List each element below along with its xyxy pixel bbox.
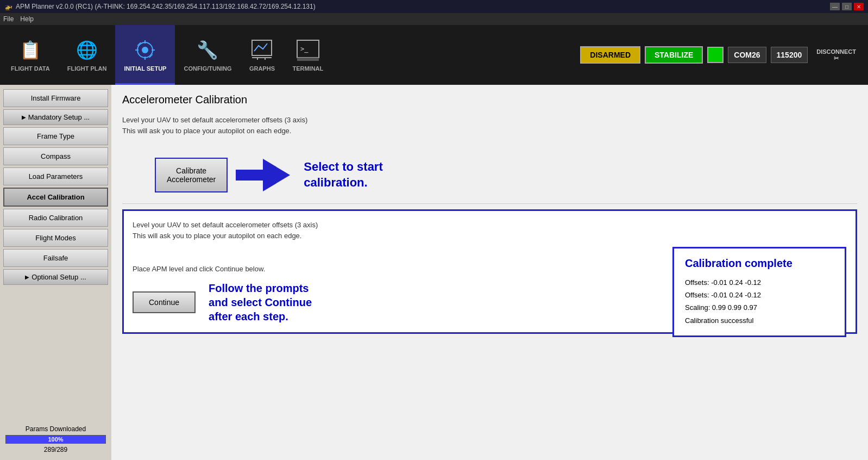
status-indicator: [707, 47, 724, 63]
nav-initial-setup-label: INITIAL SETUP: [124, 65, 166, 72]
baud-rate[interactable]: 115200: [771, 47, 808, 63]
nav-graphs[interactable]: GRAPHS: [240, 25, 284, 85]
minimize-button[interactable]: —: [830, 3, 840, 10]
page-title: Accelerometer Calibration: [122, 94, 857, 106]
nav-config-tuning[interactable]: 🔧 CONFIG/TUNING: [175, 25, 240, 85]
nav-flight-plan-label: FLIGHT PLAN: [67, 65, 107, 72]
mandatory-setup-label: Mandatory Setup ...: [28, 113, 90, 121]
title-bar-title: 🚁 APM Planner v2.0.0 (RC1) (A-THINK: 169…: [4, 3, 316, 10]
calibrate-btn-label: Calibrate Accelerometer: [167, 166, 216, 184]
menu-file[interactable]: File: [3, 15, 14, 23]
menu-bar: File Help: [0, 13, 868, 25]
calibrate-accelerometer-button[interactable]: Calibrate Accelerometer: [155, 158, 228, 192]
nav-initial-setup[interactable]: INITIAL SETUP: [115, 25, 175, 85]
scaling: Scaling: 0.99 0.99 0.97: [685, 301, 834, 314]
offset1: Offsets: -0.01 0.24 -0.12: [685, 276, 834, 289]
panel-instruction-1: Level your UAV to set default accelerome…: [133, 220, 847, 241]
graphs-icon: [249, 37, 275, 63]
mandatory-setup-header[interactable]: ▶ Mandatory Setup ...: [3, 109, 108, 125]
nav-terminal[interactable]: >_ TERMINAL: [284, 25, 332, 85]
instruction-line1: Level your UAV to set default accelerome…: [122, 115, 857, 126]
optional-setup-header[interactable]: ▶ Optional Setup ...: [3, 269, 108, 285]
nav-flight-data[interactable]: 📋 FLIGHT DATA: [2, 25, 59, 85]
calibrate-arrow: [228, 159, 293, 191]
nav-config-tuning-label: CONFIG/TUNING: [184, 65, 231, 72]
app-title: APM Planner v2.0.0 (RC1) (A-THINK: 169.2…: [16, 3, 316, 10]
svg-text:>_: >_: [300, 45, 309, 53]
mode-status: STABILIZE: [645, 46, 703, 64]
flight-modes-button[interactable]: Flight Modes: [3, 229, 108, 247]
calibrate-section: Calibrate Accelerometer Select to start …: [155, 158, 857, 192]
nav-terminal-label: TERMINAL: [292, 65, 323, 72]
title-bar: 🚁 APM Planner v2.0.0 (RC1) (A-THINK: 169…: [0, 0, 868, 13]
instruction-line2: This will ask you to place your autopilo…: [122, 126, 857, 136]
svg-rect-16: [297, 58, 319, 61]
menu-help[interactable]: Help: [20, 15, 34, 23]
load-parameters-button[interactable]: Load Parameters: [3, 167, 108, 185]
continue-button[interactable]: Continue: [133, 291, 196, 313]
calibration-complete-title: Calibration complete: [685, 257, 834, 270]
calibrate-prompt: Select to start calibration.: [304, 159, 383, 190]
initial-setup-icon: [132, 37, 158, 63]
flight-plan-icon: 🌐: [74, 37, 100, 63]
params-section: Params Downloaded 100% 289/289: [3, 423, 108, 456]
frame-type-button[interactable]: Frame Type: [3, 127, 108, 145]
sidebar: Install Firmware ▶ Mandatory Setup ... F…: [0, 85, 111, 460]
params-progress-bar: 100%: [6, 436, 105, 443]
offset2: Offsets: -0.01 0.24 -0.12: [685, 289, 834, 301]
app-icon: 🚁: [4, 3, 12, 10]
accel-calibration-button[interactable]: Accel Calibration: [3, 188, 108, 207]
nav-flight-data-label: FLIGHT DATA: [11, 65, 50, 72]
disconnect-button[interactable]: DISCONNECT ✂: [812, 46, 860, 64]
nav-status: DISARMED STABILIZE COM26 115200 DISCONNE…: [580, 25, 866, 85]
divider-1: [122, 203, 857, 204]
instruction-text: Level your UAV to set default accelerome…: [122, 115, 857, 136]
params-label: Params Downloaded: [5, 425, 106, 433]
radio-calibration-button[interactable]: Radio Calibration: [3, 209, 108, 227]
nav-bar: 📋 FLIGHT DATA 🌐 FLIGHT PLAN INITIAL SETU…: [0, 25, 868, 85]
com-port[interactable]: COM26: [728, 47, 766, 63]
terminal-icon: >_: [295, 37, 321, 63]
optional-setup-arrow: ▶: [25, 274, 29, 280]
optional-setup-label: Optional Setup ...: [32, 273, 86, 281]
compass-button[interactable]: Compass: [3, 147, 108, 165]
calibration-complete-details: Offsets: -0.01 0.24 -0.12 Offsets: -0.01…: [685, 276, 834, 327]
mandatory-setup-arrow: ▶: [22, 114, 26, 120]
params-count: 289/289: [5, 446, 106, 453]
follow-prompts-label: Follow the prompts and select Continue a…: [209, 281, 312, 324]
armed-status: DISARMED: [580, 46, 640, 64]
nav-flight-plan[interactable]: 🌐 FLIGHT PLAN: [59, 25, 116, 85]
flight-data-icon: 📋: [17, 37, 43, 63]
svg-marker-17: [236, 159, 290, 191]
params-percent: 100%: [48, 436, 63, 443]
close-button[interactable]: ✕: [854, 3, 864, 10]
main-layout: Install Firmware ▶ Mandatory Setup ... F…: [0, 85, 868, 460]
restore-button[interactable]: □: [842, 3, 852, 10]
window-controls[interactable]: — □ ✕: [830, 3, 864, 10]
params-progress-container: 100%: [5, 435, 106, 444]
success: Calibration successful: [685, 314, 834, 327]
failsafe-button[interactable]: Failsafe: [3, 249, 108, 267]
content-area: Accelerometer Calibration Level your UAV…: [111, 85, 868, 460]
nav-graphs-label: GRAPHS: [249, 65, 275, 72]
install-firmware-button[interactable]: Install Firmware: [3, 89, 108, 107]
config-tuning-icon: 🔧: [194, 37, 221, 63]
calibration-complete-panel: Calibration complete Offsets: -0.01 0.24…: [672, 247, 846, 338]
